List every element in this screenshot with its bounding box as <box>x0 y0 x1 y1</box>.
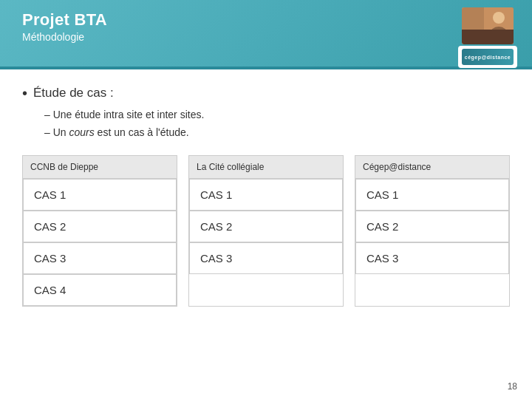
logo-badge: cégep@distance <box>458 46 517 68</box>
table-cegep-header: Cégep@distance <box>355 156 509 179</box>
page-title: Projet BTA <box>22 10 107 30</box>
table-row: CAS 1 <box>355 179 509 211</box>
logo-text: cégep@distance <box>465 55 511 60</box>
logo-photo <box>462 7 514 44</box>
table-row: CAS 1 <box>189 179 343 211</box>
table-row: CAS 2 <box>189 211 343 242</box>
table-cite: La Cité collégiale CAS 1 CAS 2 CAS 3 <box>188 155 344 307</box>
svg-rect-3 <box>462 7 484 44</box>
table-row: CAS 3 <box>23 242 177 274</box>
logo-area: cégep@distance <box>458 7 517 68</box>
dash-1: – <box>44 109 53 120</box>
table-row: CAS 1 <box>23 179 177 211</box>
page-subtitle: Méthodologie <box>22 31 107 43</box>
page-number: 18 <box>508 381 517 392</box>
table-row: CAS 2 <box>355 211 509 242</box>
sub-bullet-1: – Une étude intra site et inter sites. <box>44 106 510 124</box>
table-row: CAS 3 <box>355 242 509 274</box>
top-bar: Projet BTA Méthodologie cégep@distance <box>0 0 532 66</box>
table-ccnb-header: CCNB de Dieppe <box>23 156 177 179</box>
table-cegep: Cégep@distance CAS 1 CAS 2 CAS 3 <box>355 155 510 307</box>
table-row: CAS 4 <box>23 274 177 306</box>
bullet-main: • Étude de cas : <box>22 86 510 100</box>
title-area: Projet BTA Méthodologie <box>22 10 107 43</box>
sub-bullet-1-text: Une étude intra site et inter sites. <box>53 109 205 120</box>
table-cite-header: La Cité collégiale <box>189 156 343 179</box>
bullet-dot: • <box>22 86 27 100</box>
tables-section: CCNB de Dieppe CAS 1 CAS 2 CAS 3 CAS 4 L… <box>22 155 510 307</box>
svg-point-2 <box>490 27 508 41</box>
sub-bullet-2-text: Un cours est un cas à l'étude. <box>53 126 189 138</box>
table-row: CAS 3 <box>189 242 343 274</box>
dash-2: – <box>44 126 53 138</box>
sub-bullet-2: – Un cours est un cas à l'étude. <box>44 124 510 142</box>
sub-bullets: – Une étude intra site et inter sites. –… <box>44 106 510 142</box>
bullet-main-text: Étude de cas : <box>33 86 114 100</box>
logo-badge-inner: cégep@distance <box>462 49 514 65</box>
bullet-section: • Étude de cas : – Une étude intra site … <box>22 86 510 142</box>
table-ccnb: CCNB de Dieppe CAS 1 CAS 2 CAS 3 CAS 4 <box>22 155 177 307</box>
svg-point-1 <box>493 12 505 24</box>
table-row: CAS 2 <box>23 211 177 242</box>
main-content: • Étude de cas : – Une étude intra site … <box>0 69 532 314</box>
